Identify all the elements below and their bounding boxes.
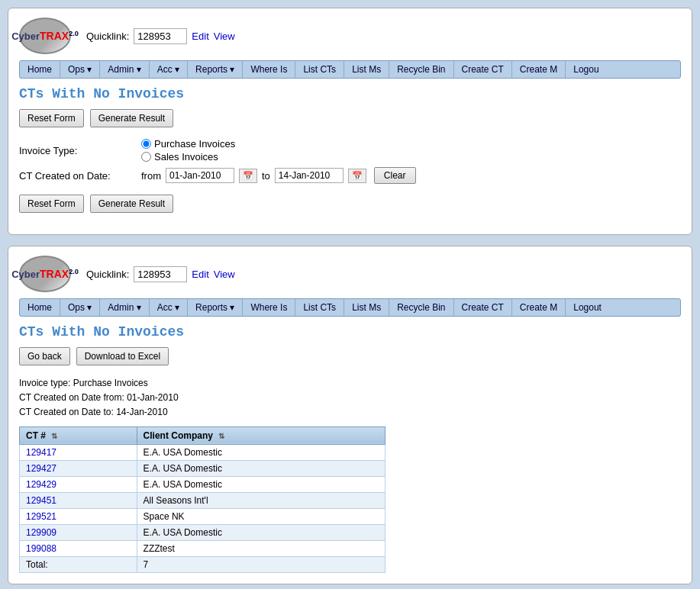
info-line-3: CT Created on Date to: 14-Jan-2010 xyxy=(19,405,681,420)
navbar-item-logout[interactable]: Logout xyxy=(566,299,609,316)
navbar-item-listcts[interactable]: List CTs xyxy=(295,61,344,78)
quicklink-area-1: Quicklink: Edit View xyxy=(86,28,235,44)
navbar-item-acc[interactable]: Acc ▾ xyxy=(150,61,188,78)
quicklink-area-2: Quicklink: Edit View xyxy=(86,266,235,282)
reset-form-btn-1b[interactable]: Reset Form xyxy=(19,195,84,213)
quicklink-label-1: Quicklink: xyxy=(86,31,129,42)
navbar-item-reports[interactable]: Reports ▾ xyxy=(188,299,243,316)
ct-link[interactable]: 129427 xyxy=(26,463,56,474)
page-title-2: CTs With No Invoices xyxy=(19,324,681,340)
ct-link[interactable]: 129909 xyxy=(26,527,56,538)
invoice-type-label: Invoice Type: xyxy=(19,145,141,156)
navbar-item-acc[interactable]: Acc ▾ xyxy=(150,299,188,316)
table-row: 129427E.A. USA Domestic xyxy=(20,460,385,476)
invoice-type-radios: Purchase Invoices Sales Invoices xyxy=(141,138,235,163)
navbar-item-ops[interactable]: Ops ▾ xyxy=(60,61,100,78)
cell-company: ZZZtest xyxy=(137,540,385,556)
logo-cyber-2: Cyber xyxy=(11,269,40,280)
sales-invoices-label: Sales Invoices xyxy=(154,151,218,163)
navbar-item-logout[interactable]: Logou xyxy=(566,61,606,78)
col-company: Client Company ⇅ xyxy=(137,426,385,444)
edit-link-1[interactable]: Edit xyxy=(192,31,208,42)
quicklink-input-2[interactable] xyxy=(134,266,187,282)
navbar-item-home[interactable]: Home xyxy=(20,61,60,78)
cell-company: E.A. USA Domestic xyxy=(137,524,385,540)
navbar-2: HomeOps ▾Admin ▾Acc ▾Reports ▾Where IsLi… xyxy=(19,298,681,317)
ct-link[interactable]: 199088 xyxy=(26,543,56,554)
quicklink-label-2: Quicklink: xyxy=(86,269,129,280)
from-cal-btn[interactable]: 📅 xyxy=(239,169,257,183)
navbar-item-recyclebin[interactable]: Recycle Bin xyxy=(389,61,453,78)
from-label: from xyxy=(141,170,161,182)
ct-link[interactable]: 129417 xyxy=(26,447,56,458)
navbar-item-createct[interactable]: Create CT xyxy=(454,299,512,316)
cell-ct: 129417 xyxy=(20,444,137,460)
col-company-sort[interactable]: ⇅ xyxy=(218,432,224,440)
total-label: Total: xyxy=(20,556,137,572)
navbar-item-listms[interactable]: List Ms xyxy=(344,299,389,316)
navbar-item-listms[interactable]: List Ms xyxy=(344,61,389,78)
col-ct-label: CT # xyxy=(26,430,46,441)
header-1: CyberTRAX2.0 Quicklink: Edit View xyxy=(19,18,681,54)
sales-invoices-radio[interactable] xyxy=(141,152,151,162)
ct-link[interactable]: 129521 xyxy=(26,511,56,522)
page-title-1: CTs With No Invoices xyxy=(19,86,681,101)
cell-ct: 129429 xyxy=(20,476,137,492)
go-back-btn[interactable]: Go back xyxy=(19,347,70,365)
ct-date-row: CT Created on Date: from 📅 to 📅 Clear xyxy=(19,167,681,184)
ct-link[interactable]: 129429 xyxy=(26,479,56,490)
navbar-item-home[interactable]: Home xyxy=(20,299,60,316)
purchase-invoices-radio-label[interactable]: Purchase Invoices xyxy=(141,138,235,150)
quicklink-input-1[interactable] xyxy=(134,28,187,44)
ct-link[interactable]: 129451 xyxy=(26,495,56,506)
cell-company: E.A. USA Domestic xyxy=(137,476,385,492)
table-row: 129521Space NK xyxy=(20,508,385,524)
reset-form-btn-1[interactable]: Reset Form xyxy=(19,109,84,127)
from-date-input[interactable] xyxy=(166,168,234,183)
purchase-invoices-radio[interactable] xyxy=(141,139,151,149)
logo-1: CyberTRAX2.0 xyxy=(19,18,71,54)
logo-2: CyberTRAX2.0 xyxy=(19,256,71,292)
navbar-item-ops[interactable]: Ops ▾ xyxy=(60,299,100,316)
navbar-item-admin[interactable]: Admin ▾ xyxy=(100,61,149,78)
navbar-item-whereis[interactable]: Where Is xyxy=(243,61,295,78)
navbar-item-admin[interactable]: Admin ▾ xyxy=(100,299,149,316)
col-ct: CT # ⇅ xyxy=(20,426,137,444)
generate-result-btn-1[interactable]: Generate Result xyxy=(90,109,173,127)
cell-ct: 129451 xyxy=(20,492,137,508)
sales-invoices-radio-label[interactable]: Sales Invoices xyxy=(141,151,235,163)
navbar-item-createm[interactable]: Create M xyxy=(512,299,566,316)
panel-1: CyberTRAX2.0 Quicklink: Edit View HomeOp… xyxy=(8,8,692,235)
logo-ver: 2.0 xyxy=(69,30,79,37)
navbar-item-listcts[interactable]: List CTs xyxy=(295,299,344,316)
to-cal-btn[interactable]: 📅 xyxy=(348,169,366,183)
logo-trax-2: TRAX xyxy=(40,268,69,280)
navbar-item-createm[interactable]: Create M xyxy=(512,61,566,78)
action-btn-row-2: Go back Download to Excel xyxy=(19,347,681,365)
cell-ct: 199088 xyxy=(20,540,137,556)
info-text: Invoice type: Purchase Invoices CT Creat… xyxy=(19,376,681,420)
col-ct-sort[interactable]: ⇅ xyxy=(51,432,57,440)
generate-result-btn-1b[interactable]: Generate Result xyxy=(90,195,173,213)
table-row: 129909E.A. USA Domestic xyxy=(20,524,385,540)
clear-btn[interactable]: Clear xyxy=(374,167,416,184)
table-row: 129451All Seasons Int'l xyxy=(20,492,385,508)
cell-company: E.A. USA Domestic xyxy=(137,444,385,460)
cell-company: Space NK xyxy=(137,508,385,524)
table-row: 199088ZZZtest xyxy=(20,540,385,556)
logo-trax: TRAX xyxy=(40,30,69,42)
col-company-label: Client Company xyxy=(144,430,213,441)
to-date-input[interactable] xyxy=(275,168,344,183)
navbar-item-whereis[interactable]: Where Is xyxy=(243,299,295,316)
navbar-item-reports[interactable]: Reports ▾ xyxy=(188,61,243,78)
view-link-1[interactable]: View xyxy=(214,31,235,42)
download-excel-btn[interactable]: Download to Excel xyxy=(76,347,169,365)
view-link-2[interactable]: View xyxy=(214,269,235,280)
navbar-item-recyclebin[interactable]: Recycle Bin xyxy=(389,299,453,316)
table-row: 129429E.A. USA Domestic xyxy=(20,476,385,492)
invoice-type-row: Invoice Type: Purchase Invoices Sales In… xyxy=(19,138,681,163)
navbar-item-createct[interactable]: Create CT xyxy=(454,61,512,78)
top-btn-row-1: Reset Form Generate Result xyxy=(19,109,681,127)
bottom-btn-row-1: Reset Form Generate Result xyxy=(19,195,681,213)
edit-link-2[interactable]: Edit xyxy=(192,269,208,280)
